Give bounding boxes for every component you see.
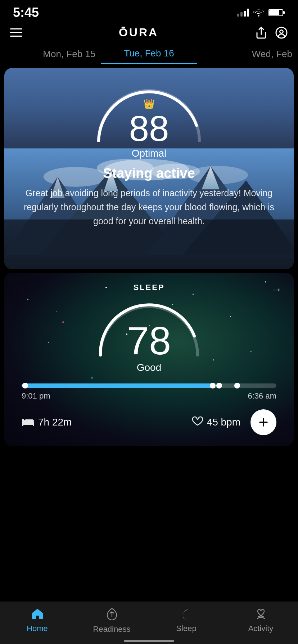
nav-readiness[interactable]: Readiness	[89, 608, 135, 634]
hero-content: 👑 88 Optimal Staying active Great job av…	[4, 68, 294, 241]
date-tab-next[interactable]: Wed, Feb	[197, 46, 298, 64]
header: ŌURA	[0, 23, 298, 43]
activity-svg	[255, 608, 267, 620]
svg-rect-23	[33, 424, 34, 426]
sleep-duration-stat: 7h 22m	[22, 416, 72, 429]
plus-icon	[257, 416, 270, 429]
svg-rect-22	[22, 424, 23, 426]
bed-icon	[22, 416, 35, 429]
sleep-section-label: SLEEP	[133, 283, 164, 292]
hero-card: 👑 88 Optimal Staying active Great job av…	[4, 68, 294, 269]
svg-point-5	[280, 30, 283, 33]
logo-text: ŌURA	[119, 26, 158, 39]
nav-sleep[interactable]: Sleep	[163, 608, 210, 633]
battery-icon	[268, 9, 285, 17]
timeline-gap-dot	[216, 383, 222, 388]
score-gauge: 👑 88	[88, 78, 210, 146]
hero-description: Great job avoiding long periods of inact…	[19, 186, 279, 228]
sleep-hr-fab: 45 bpm	[192, 409, 276, 435]
bed-svg	[22, 416, 35, 426]
gauge-score: 👑 88	[129, 98, 169, 146]
heart-svg	[192, 416, 203, 426]
sleep-stats: 7h 22m 45 bpm	[19, 409, 279, 435]
hero-score: 88	[129, 110, 169, 146]
home-svg	[31, 608, 44, 620]
status-bar: 5:45	[0, 0, 298, 23]
nav-activity[interactable]: Activity	[238, 608, 284, 633]
sleep-duration: 7h 22m	[38, 417, 72, 428]
sleep-start-time: 9:01 pm	[22, 391, 50, 401]
nav-sleep-label: Sleep	[176, 624, 196, 633]
sleep-end-time: 6:36 am	[248, 391, 277, 401]
wifi-icon	[253, 9, 264, 17]
add-button[interactable]	[250, 409, 276, 435]
timeline-bar	[22, 383, 276, 388]
profile-icon[interactable]	[275, 26, 288, 39]
heart-icon	[192, 416, 203, 429]
heart-rate-value: 45 bpm	[207, 417, 240, 428]
timeline-times: 9:01 pm 6:36 am	[22, 391, 276, 401]
sleep-timeline: 9:01 pm 6:36 am	[19, 383, 279, 401]
date-tab-prev[interactable]: Mon, Feb 15	[0, 46, 101, 64]
menu-button[interactable]	[10, 28, 22, 37]
nav-home[interactable]: Home	[14, 608, 61, 633]
sleep-score: 78	[127, 321, 171, 360]
date-tabs: Mon, Feb 15 Tue, Feb 16 Wed, Feb	[0, 43, 298, 64]
home-indicator	[124, 640, 174, 642]
svg-rect-21	[22, 419, 24, 422]
sleep-gauge: 78	[91, 296, 207, 360]
signal-icon	[237, 9, 249, 17]
share-icon[interactable]	[255, 26, 268, 39]
hero-score-label: Optimal	[132, 148, 166, 159]
nav-activity-label: Activity	[248, 624, 274, 633]
nav-home-label: Home	[27, 624, 48, 633]
timeline-end-dot	[234, 383, 240, 388]
sleep-score-number: 78	[127, 321, 171, 360]
home-icon	[31, 608, 44, 622]
header-actions	[255, 26, 288, 39]
svg-rect-2	[283, 11, 285, 14]
scroll-content: 👑 88 Optimal Staying active Great job av…	[0, 68, 298, 514]
activity-icon	[255, 608, 267, 622]
sleep-icon	[181, 608, 192, 622]
date-tab-current[interactable]: Tue, Feb 16	[101, 45, 197, 64]
sleep-svg	[181, 608, 192, 620]
sleep-quality-label: Good	[137, 362, 162, 373]
heart-rate-stat: 45 bpm	[192, 416, 240, 429]
sleep-content: SLEEP 78 Good	[4, 273, 294, 446]
hero-title: Staying active	[103, 166, 195, 181]
sleep-detail-arrow[interactable]: →	[271, 283, 282, 296]
app-logo: ŌURA	[119, 26, 158, 39]
readiness-svg	[106, 608, 118, 621]
svg-rect-1	[269, 10, 279, 15]
status-time: 5:45	[13, 5, 39, 20]
sleep-card[interactable]: → SLEEP 78 Good	[4, 273, 294, 446]
bottom-navigation: Home Readiness Sleep Ac	[0, 602, 298, 644]
timeline-fill	[22, 383, 213, 388]
readiness-icon	[106, 608, 118, 622]
timeline-start-dot	[22, 383, 28, 388]
timeline-mid-dot	[210, 383, 216, 388]
nav-readiness-label: Readiness	[93, 625, 131, 634]
status-icons	[237, 9, 285, 17]
